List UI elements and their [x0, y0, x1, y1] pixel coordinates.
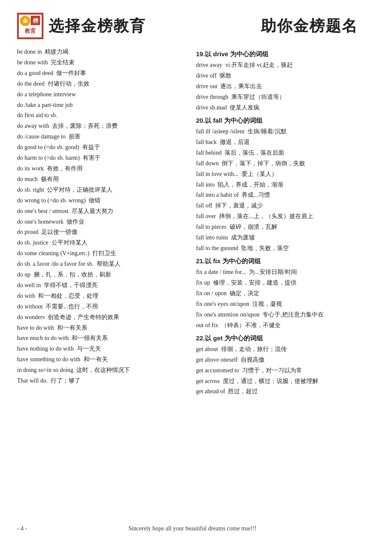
left-column: be done in 精疲力竭be done with 完全结束do a goo…: [17, 47, 196, 397]
list-item: do harm to (=do sb. harm) 有害于: [17, 153, 187, 164]
list-item: fall to pieces 破碎，崩溃，瓦解: [196, 222, 375, 233]
list-item: do away with 去掉，废除；弄死；浪费: [17, 121, 187, 132]
list-item: do sb. a favor /do a favor for sb. 帮助某人: [17, 259, 187, 270]
entry-zh: 有益于: [82, 144, 100, 150]
entry-en: fall back: [196, 139, 217, 145]
entry-zh: 驱散: [219, 72, 231, 79]
entry-en: do much: [17, 176, 38, 182]
list-item: do some cleaning (V+ing,etc.) 打扫卫生: [17, 248, 187, 259]
list-item: fall over 摔倒，落在...上，（头发）披在肩上: [196, 211, 375, 222]
list-item: fix up 修理，安装，安排，建造，提供: [196, 278, 375, 288]
entry-en: be done with: [17, 59, 48, 66]
header-title-right: 助你金榜题名: [261, 16, 358, 37]
entry-en: get about: [196, 346, 218, 352]
entry-zh: 做一件好事: [56, 70, 86, 76]
entry-zh: 足以使~~骄傲: [41, 229, 78, 235]
entry-en: drive sb.mad: [196, 104, 227, 111]
list-item: get accustomed to 习惯于，对~~习以为常: [196, 366, 375, 376]
entry-zh: 度过，通过，横过；说服，使被理解: [223, 378, 318, 384]
entry-en: drive out: [196, 83, 217, 89]
list-item: do well in 学得不错，干得漂亮: [17, 280, 187, 291]
entry-zh: 帮助某人: [97, 261, 121, 267]
list-item: do a good deed 做一件好事: [17, 68, 187, 79]
entry-en: do away with: [17, 123, 49, 129]
list-item: do /cause damage to 损害: [17, 132, 187, 142]
page-number: - 4 -: [17, 525, 27, 532]
entry-en: have something to do with: [17, 356, 81, 363]
list-item: drive away vi.开车走掉 vt.赶走，驱赶: [196, 60, 375, 71]
entry-en: out of fix: [196, 322, 218, 328]
entry-zh: 逐出，乘车出去: [220, 83, 262, 89]
entry-zh: 有害于: [83, 155, 101, 161]
entry-en: fix on / upon: [196, 290, 227, 296]
list-item: That will do. 行了；够了: [17, 376, 187, 386]
list-item: fall to the guound 坠地，失败，落空: [196, 243, 375, 254]
entry-zh: 损害: [69, 133, 81, 140]
entry-en: That will do.: [17, 377, 48, 384]
entry-zh: 成为废墟: [231, 234, 255, 241]
entry-en: drive through: [196, 94, 228, 100]
list-item: fix one's eyes on/upon 注视，凝视: [196, 299, 375, 310]
entry-zh: 和~~有关系: [57, 325, 87, 331]
list-item: fall into a habit of 养成...习惯: [196, 190, 375, 201]
list-item: do good to (=do sb. good) 有益于: [17, 142, 187, 153]
section-title: 22.以 get 为中心的词组: [196, 333, 375, 344]
list-item: fall into 陷入，养成，开始，渐渐: [196, 180, 375, 190]
list-item: do the deed 付诸行动，生效: [17, 79, 187, 89]
entry-zh: 撤退，后退: [220, 139, 250, 145]
entry-zh: vi.开车走掉 vt.赶走，驱赶: [225, 62, 293, 68]
list-item: fall back 撤退，后退: [196, 137, 375, 148]
list-item: do one's homework 做作业: [17, 217, 187, 227]
entry-en: have much to do with: [17, 335, 69, 341]
entry-zh: 陷入，养成，开始，渐渐: [218, 181, 283, 188]
entry-en: fall behind: [196, 150, 222, 156]
right-column: 19.以 drive 为中心的词组drive away vi.开车走掉 vt.赶…: [196, 47, 375, 397]
entry-zh: 注视，凝视: [252, 301, 282, 307]
list-item: out of fix （钟表）不准，不健全: [196, 320, 375, 331]
list-item: do one's best / utmost 尽某人最大努力: [17, 206, 187, 217]
list-item: fix on / upon 确定，决定: [196, 288, 375, 299]
entry-en: do /take a part-time job: [17, 102, 73, 108]
entry-en: do wrong to (=do sb. wrong): [17, 197, 86, 204]
page-footer: - 4 - Sincerely hope all your beautiful …: [0, 525, 392, 532]
list-item: get across 度过，通过，横过；说服，使被理解: [196, 376, 375, 387]
entry-zh: 极有用: [41, 176, 59, 182]
page-header: 金 榜 教育 选择金榜教育 助你金榜题名: [17, 13, 375, 39]
entry-zh: 坠地，失败，落空: [241, 245, 289, 251]
entry-en: do one's best / utmost: [17, 208, 69, 214]
entry-en: fix up: [196, 279, 210, 286]
svg-text:教育: 教育: [24, 28, 36, 34]
section-title: 19.以 drive 为中心的词组: [196, 49, 375, 60]
entry-en: fall down: [196, 160, 219, 167]
entry-zh: 学得不错，干得漂亮: [44, 282, 98, 288]
entry-en: do well in: [17, 282, 41, 288]
entry-zh: 完全结束: [51, 59, 75, 66]
footer-slogan: Sincerely hope all your beautiful dreams…: [128, 525, 257, 532]
entry-en: fall over: [196, 213, 216, 219]
entry-en: do without: [17, 303, 43, 310]
entry-zh: 捆，扎，系，扣，收拾，刷新: [34, 271, 111, 278]
list-item: fix one's attention on/upon 专心于,把注意力集中在: [196, 310, 375, 320]
entry-zh: 做错: [89, 197, 101, 204]
entry-zh: 爱上（某人）: [242, 171, 277, 177]
entry-zh: 去掉，废除；弄死；浪费: [52, 123, 118, 129]
entry-en: do the deed: [17, 81, 45, 87]
entry-zh: 不需要...也行，不用: [46, 303, 98, 310]
entry-en: do one's homework: [17, 219, 63, 225]
entry-zh: 行了；够了: [51, 377, 81, 384]
entry-zh: 使某人发疯: [230, 104, 259, 111]
entry-zh: 自视高傲: [241, 357, 265, 363]
entry-zh: 养成...习惯: [242, 192, 270, 198]
list-item: drive through 乘车穿过（街道等）: [196, 92, 375, 103]
header-title-left: 选择金榜教育: [49, 16, 146, 37]
entry-zh: 付诸行动，生效: [48, 81, 89, 87]
entry-zh: 这时，在这种情况下: [76, 367, 130, 373]
list-item: have something to do with 和~~有关: [17, 354, 187, 365]
list-item: fall into ruins 成为废墟: [196, 233, 375, 243]
entry-en: fall into: [196, 181, 215, 188]
entry-zh: 和~~相处，忍受，处理: [38, 293, 98, 299]
entry-en: be done in: [17, 49, 42, 55]
list-item: do a telephone interview: [17, 89, 187, 100]
list-item: fall behind 落后，落伍，落在后面: [196, 148, 375, 158]
list-item: do without 不需要...也行，不用: [17, 302, 187, 312]
